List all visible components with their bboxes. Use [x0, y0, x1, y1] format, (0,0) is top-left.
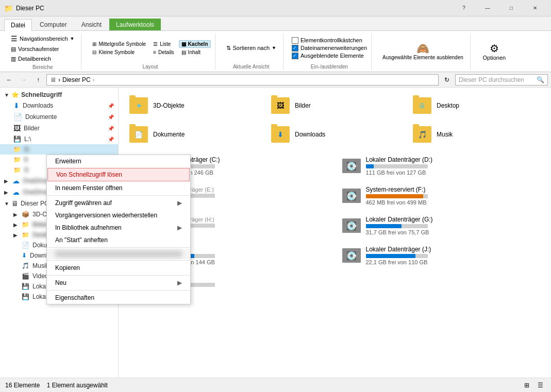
address-bar[interactable]: 🖥 › Dieser PC › [46, 74, 439, 86]
sidebar-downloads-label: Downloads [23, 102, 53, 109]
ribbon: ☰ Navigationsbereich ▼ ▤ Vorschaufenster… [0, 31, 551, 72]
btn-liste[interactable]: ☰ Liste [151, 40, 176, 48]
layout-row1: ⊞ Mittelgroße Symbole ⊟ Kleine Symbole ☰… [90, 40, 210, 56]
einausblenden-label: Ein-/ausblenden [311, 64, 348, 70]
onedrive-label-1: OneDrive [23, 177, 49, 184]
checkbox-icon-1[interactable] [292, 37, 298, 44]
drive-j-bar [366, 254, 415, 258]
quick-access-expand: ▼ [4, 92, 9, 98]
statusbar: 16 Elemente 1 Element ausgewählt ⊞ ☰ [0, 378, 551, 392]
btn-vorschaufenster[interactable]: ▤ Vorschaufenster [8, 45, 77, 54]
btn-back[interactable]: ← [3, 74, 15, 86]
btn-details[interactable]: ≡ Details [151, 48, 176, 56]
btn-optionen[interactable]: ⚙ Optionen [479, 40, 510, 63]
close-btn[interactable]: ✕ [523, 0, 547, 16]
preview-icon: ▤ [11, 46, 16, 53]
btn-up[interactable]: ↑ [32, 74, 44, 86]
quick-access-header[interactable]: ▼ ⭐ Schnellzugriff [0, 90, 118, 100]
sidebar-bilder-label: Bilder [24, 125, 40, 132]
tab-computer[interactable]: Computer [33, 19, 74, 30]
minimize-btn[interactable]: — [476, 0, 499, 16]
ctx-zugriff[interactable]: Zugriff gewähren auf ▶ [47, 197, 190, 209]
bereiche-label: Bereiche [32, 64, 53, 70]
btn-inhalt[interactable]: ▤ Inhalt [179, 48, 211, 56]
ctx-erweitern[interactable]: Erweitern [47, 155, 190, 167]
folder-dokumente[interactable]: 📄 Dokumente [124, 122, 262, 147]
drive-f-bar [366, 194, 424, 198]
tab-laufwerktools[interactable]: Laufwerktools [109, 19, 161, 30]
ctx-neu[interactable]: Neu ▶ [47, 277, 190, 289]
folder-desktop[interactable]: 🖥 Desktop [407, 93, 546, 118]
btn-mittelgross[interactable]: ⊞ Mittelgroße Symbole [90, 40, 148, 48]
ctx-start-anheften[interactable]: An "Start" anheften [47, 234, 190, 246]
folder-bilder[interactable]: 🖼 Bilder [265, 93, 404, 118]
sidebar-item-g[interactable]: 📁 G [0, 144, 118, 155]
options-icon: ⚙ [490, 42, 499, 55]
b-icon: 📁 [22, 221, 29, 228]
ctx-eigenschaften[interactable]: Eigenschaften [47, 292, 190, 304]
btn-view-grid[interactable]: ⊞ [521, 380, 532, 391]
btn-sortieren[interactable]: ⇅ Sortieren nach ▼ [224, 44, 279, 53]
chevron-down-icon: ▼ [70, 36, 75, 41]
btn-ausgewaehlt-ausblenden[interactable]: 🙈 Ausgewählte Elemente ausblenden [380, 40, 466, 63]
ribbon-tabs: Datei Computer Ansicht Laufwerktools [0, 16, 551, 31]
drive-j-icon: 💽 [341, 246, 362, 265]
btn-kleine-symbole[interactable]: ⊟ Kleine Symbole [90, 48, 148, 56]
btn-navigationsbereich[interactable]: ☰ Navigationsbereich ▼ [8, 33, 77, 44]
sidebar-item-downloads[interactable]: ⬇ Downloads 📌 [0, 100, 118, 111]
layout-label: Layout [142, 64, 158, 70]
checkbox-icon-3[interactable]: ✓ [292, 53, 298, 59]
nav-icon: ☰ [11, 35, 18, 43]
ribbon-layout-content: ⊞ Mittelgroße Symbole ⊟ Kleine Symbole ☰… [90, 33, 210, 63]
drive-j[interactable]: 💽 Lokaler Datenträger (J:) 22,1 GB frei … [337, 242, 546, 269]
drive-g-info: Lokaler Datenträger (G:) 31,7 GB frei vo… [366, 216, 433, 235]
folder-3d-objekte[interactable]: ✦ 3D-Objekte [124, 93, 262, 118]
checkbox-icon-2[interactable]: ✓ [292, 45, 298, 52]
aktuelle-ansicht-content: ⇅ Sortieren nach ▼ [224, 33, 279, 63]
titlebar-title: Dieser PC [16, 5, 44, 12]
btn-view-list[interactable]: ☰ [535, 380, 546, 391]
sidebar-item-l[interactable]: 💾 L:\ 📌 [0, 134, 118, 144]
ctx-vorgaenger[interactable]: Vorgängerversionen wiederherstellen [47, 209, 190, 221]
8-icon: 📁 [13, 156, 21, 163]
ctx-bibliothek[interactable]: In Bibliothek aufnehmen ▶ [47, 221, 190, 234]
drive-j-name: Lokaler Datenträger (J:) [366, 246, 431, 253]
ctx-schnellzugriff[interactable]: Von Schnellzugriff lösen [47, 168, 190, 181]
drive-d[interactable]: 💽 Lokaler Datenträger (D:) 111 GB frei v… [337, 152, 546, 179]
drive-j-progress [366, 254, 428, 258]
search-bar[interactable]: Dieser PC durchsuchen 🔍 [455, 74, 548, 86]
drive-j-info: Lokaler Datenträger (J:) 22,1 GB frei vo… [366, 246, 431, 265]
checkbox-elementkontroll[interactable]: Elementkontrollkästchen [292, 37, 367, 44]
sidebar-item-dokumente[interactable]: 📄 Dokumente 📌 [0, 111, 118, 123]
folders-grid: ✦ 3D-Objekte 🖼 Bilder � [124, 93, 546, 147]
sidebar-item-bilder[interactable]: 🖼 Bilder 📌 [0, 123, 118, 134]
drive-f[interactable]: 💽 System-reserviert (F:) 462 MB frei von… [337, 182, 546, 209]
folder-bilder-icon: 🖼 [270, 96, 291, 115]
folder-downloads-icon: ⬇ [270, 125, 291, 144]
d-pc-icon: 📁 [22, 231, 29, 238]
ctx-neues-fenster[interactable]: In neuem Fenster öffnen [47, 182, 190, 194]
folder-downloads[interactable]: ⬇ Downloads [265, 122, 404, 147]
small-grid-icon: ⊟ [92, 49, 96, 55]
help-btn[interactable]: ? [452, 0, 476, 16]
ctx-blur-item [47, 249, 190, 259]
ctx-blurred [55, 251, 182, 257]
checkbox-ausgeblendet[interactable]: ✓ Ausgeblendete Elemente [292, 53, 367, 59]
expand-b: ▶ [13, 222, 19, 228]
maximize-btn[interactable]: □ [499, 0, 523, 16]
btn-detailbereich[interactable]: ▥ Detailbereich [8, 55, 77, 63]
drive-f-size: 462 MB frei von 499 MB [366, 199, 428, 206]
folder-musik[interactable]: 🎵 Musik [407, 122, 546, 147]
ansicht-label: Aktuelle Ansicht [233, 64, 270, 70]
tab-datei[interactable]: Datei [4, 19, 32, 31]
l-icon: 💾 [13, 135, 21, 143]
drive-g[interactable]: 💽 Lokaler Datenträger (G:) 31,7 GB frei … [337, 212, 546, 239]
tab-ansicht[interactable]: Ansicht [75, 19, 108, 30]
ctx-kopieren[interactable]: Kopieren [47, 262, 190, 274]
btn-kacheln[interactable]: ▦ Kacheln [179, 40, 211, 48]
checkbox-dateinamen[interactable]: ✓ Dateinamenerweiterungen [292, 45, 367, 52]
btn-refresh[interactable]: ↻ [441, 74, 453, 86]
folder-downloads-label: Downloads [295, 131, 325, 138]
drive-f-name: System-reserviert (F:) [366, 186, 428, 193]
drive-g-size: 31,7 GB frei von 75,7 GB [366, 229, 433, 235]
